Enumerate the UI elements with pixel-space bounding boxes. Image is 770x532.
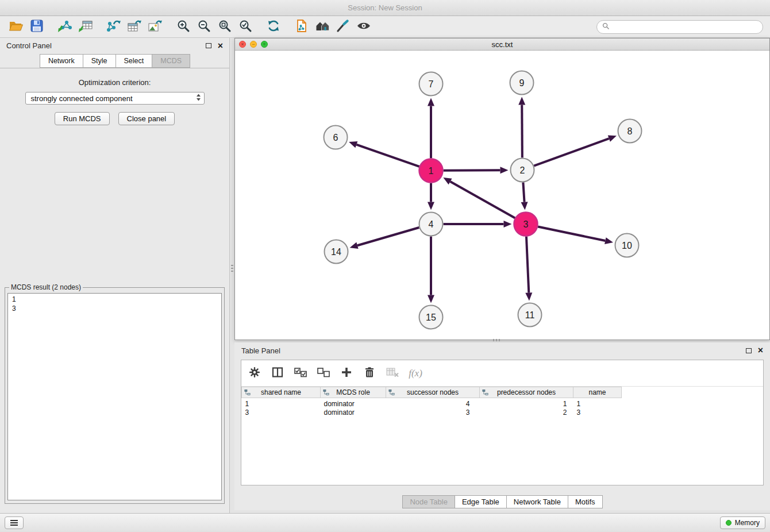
create-column-button[interactable] bbox=[339, 365, 354, 381]
close-panel-icon[interactable]: × bbox=[218, 42, 223, 50]
graph-node-7[interactable]: 7 bbox=[419, 72, 443, 96]
cell-shared-name[interactable]: 3 bbox=[242, 408, 321, 417]
column-header-predecessor-nodes[interactable]: predecessor nodes bbox=[480, 387, 573, 398]
graph-edge-4-15[interactable] bbox=[428, 237, 434, 303]
search-field[interactable] bbox=[596, 20, 763, 34]
tab-edge-table[interactable]: Edge Table bbox=[455, 495, 507, 508]
cell-predecessor-nodes[interactable]: 2 bbox=[480, 408, 573, 417]
zoom-selected-button[interactable] bbox=[235, 18, 256, 36]
criterion-dropdown[interactable]: strongly connected component bbox=[25, 92, 205, 105]
cell-mcds-role[interactable]: dominator bbox=[321, 398, 386, 408]
tab-select[interactable]: Select bbox=[116, 54, 153, 68]
tab-node-table[interactable]: Node Table bbox=[402, 495, 455, 508]
graph-edge-4-3[interactable] bbox=[444, 221, 512, 228]
horizontal-splitter-grip[interactable] bbox=[493, 338, 500, 341]
graph-node-8[interactable]: 8 bbox=[618, 119, 642, 143]
cell-name[interactable]: 3 bbox=[573, 408, 622, 417]
delete-table-button[interactable] bbox=[385, 365, 400, 381]
export-image-button[interactable] bbox=[145, 18, 165, 36]
tab-mcds[interactable]: MCDS bbox=[152, 54, 190, 68]
network-window-titlebar[interactable]: scc.txt × − + bbox=[235, 38, 769, 51]
graph-edge-1-7[interactable] bbox=[428, 98, 434, 159]
table-mode-button[interactable] bbox=[247, 365, 262, 381]
column-type-icon bbox=[323, 389, 329, 398]
cell-shared-name[interactable]: 1 bbox=[242, 398, 321, 408]
graph-node-3[interactable]: 3 bbox=[514, 213, 538, 236]
checked-boxes-icon bbox=[294, 368, 307, 379]
function-builder-button[interactable]: f(x) bbox=[408, 365, 423, 381]
graph-edge-1-4[interactable] bbox=[428, 183, 434, 210]
show-hide-button[interactable] bbox=[353, 18, 374, 36]
float-table-panel-icon[interactable] bbox=[746, 348, 752, 353]
tab-motifs[interactable]: Motifs bbox=[568, 495, 603, 508]
first-neighbors-button[interactable] bbox=[312, 18, 333, 36]
cell-successor-nodes[interactable]: 3 bbox=[386, 408, 480, 417]
table-row[interactable]: 3 dominator 3 2 3 bbox=[242, 408, 764, 417]
export-table-button[interactable] bbox=[124, 18, 145, 36]
graph-edge-3-1[interactable] bbox=[443, 178, 515, 218]
deselect-all-button[interactable] bbox=[316, 365, 331, 381]
graph-edge-1-2[interactable] bbox=[443, 167, 508, 174]
delete-columns-button[interactable] bbox=[362, 365, 377, 381]
export-network-button[interactable] bbox=[103, 18, 124, 36]
graph-node-9[interactable]: 9 bbox=[510, 71, 534, 95]
close-table-panel-icon[interactable]: × bbox=[758, 346, 763, 354]
open-session-button[interactable] bbox=[6, 18, 26, 36]
refresh-icon bbox=[267, 19, 280, 34]
zoom-in-button[interactable] bbox=[173, 18, 194, 36]
tab-network[interactable]: Network bbox=[40, 54, 83, 68]
search-input[interactable] bbox=[613, 23, 757, 31]
column-header-mcds-role[interactable]: MCDS role bbox=[321, 387, 386, 398]
close-panel-button[interactable]: Close panel bbox=[118, 112, 175, 125]
import-network-button[interactable] bbox=[55, 18, 75, 36]
save-session-button[interactable] bbox=[26, 18, 47, 36]
show-columns-button[interactable] bbox=[270, 365, 285, 381]
graph-node-1[interactable]: 1 bbox=[419, 159, 443, 183]
graph-node-6[interactable]: 6 bbox=[324, 126, 348, 149]
zoom-fit-button[interactable] bbox=[214, 18, 235, 36]
column-header-shared-name[interactable]: shared name bbox=[242, 387, 321, 398]
zoom-out-button[interactable] bbox=[194, 18, 214, 36]
maximize-window-button[interactable]: + bbox=[261, 41, 268, 48]
search-icon bbox=[602, 22, 610, 32]
cell-name[interactable]: 1 bbox=[573, 398, 622, 408]
cell-predecessor-nodes[interactable]: 1 bbox=[480, 398, 573, 408]
graph-node-2[interactable]: 2 bbox=[511, 159, 534, 182]
new-network-from-selection-button[interactable] bbox=[291, 18, 312, 36]
graph-edge-4-14[interactable] bbox=[350, 228, 419, 249]
graph-edge-1-6[interactable] bbox=[349, 141, 419, 167]
tab-network-table[interactable]: Network Table bbox=[506, 495, 568, 508]
column-header-name[interactable]: name bbox=[573, 387, 622, 398]
graph-node-4[interactable]: 4 bbox=[419, 213, 443, 236]
graph-node-14[interactable]: 14 bbox=[325, 240, 348, 264]
graph-edge-3-11[interactable] bbox=[525, 236, 532, 300]
vertical-splitter-grip[interactable] bbox=[230, 265, 234, 272]
graph-node-10[interactable]: 10 bbox=[615, 234, 639, 257]
memory-status-dot bbox=[726, 520, 732, 526]
control-panel-tabs: Network Style Select MCDS bbox=[0, 53, 229, 68]
import-table-button[interactable] bbox=[75, 18, 96, 36]
table-row[interactable]: 1 dominator 4 1 1 bbox=[242, 398, 764, 408]
float-panel-icon[interactable] bbox=[206, 43, 211, 48]
task-history-button[interactable] bbox=[5, 516, 24, 529]
graph-node-15[interactable]: 15 bbox=[419, 306, 443, 329]
select-all-button[interactable] bbox=[293, 365, 308, 381]
memory-button[interactable]: Memory bbox=[720, 516, 765, 529]
close-window-button[interactable]: × bbox=[239, 41, 246, 48]
run-mcds-button[interactable]: Run MCDS bbox=[55, 112, 110, 125]
refresh-layout-button[interactable] bbox=[263, 18, 284, 36]
minimize-window-button[interactable]: − bbox=[250, 41, 257, 48]
tab-style[interactable]: Style bbox=[83, 54, 116, 68]
network-canvas[interactable]: 7968124314101511 bbox=[235, 51, 769, 340]
graph-node-11[interactable]: 11 bbox=[518, 303, 542, 327]
column-header-successor-nodes[interactable]: successor nodes bbox=[386, 387, 480, 398]
window-title-bar[interactable]: Session: New Session bbox=[0, 0, 770, 16]
graph-edge-2-9[interactable] bbox=[518, 97, 525, 157]
graph-edge-2-8[interactable] bbox=[534, 136, 617, 166]
svg-text:11: 11 bbox=[525, 310, 535, 320]
apply-style-button[interactable] bbox=[333, 18, 353, 36]
cell-mcds-role[interactable]: dominator bbox=[321, 408, 386, 417]
graph-edge-2-3[interactable] bbox=[521, 182, 528, 210]
graph-edge-3-10[interactable] bbox=[538, 226, 613, 244]
cell-successor-nodes[interactable]: 4 bbox=[386, 398, 480, 408]
